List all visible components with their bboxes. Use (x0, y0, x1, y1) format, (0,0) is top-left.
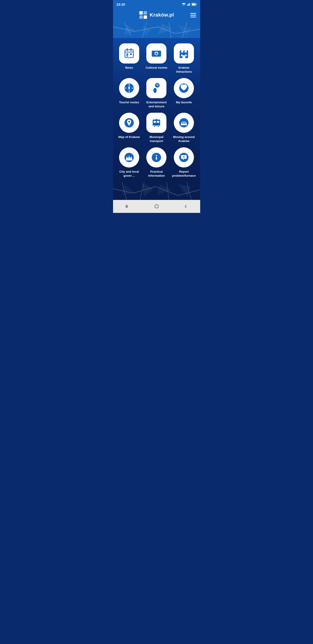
menu-grid: News Cultural events (117, 44, 197, 178)
grid-item-practical-info[interactable]: Practical Information (144, 147, 169, 178)
app-logo: Kraków.pl (139, 11, 174, 19)
entertainment-icon-wrap (146, 78, 166, 98)
my-favorite-icon-wrap (174, 78, 194, 98)
grid-item-krakow-attractions[interactable]: Krakow Attractions (171, 44, 197, 74)
city-government-label: City and local gover… (117, 170, 142, 178)
entertainment-label: Entertainment and leisure (144, 100, 169, 108)
hamburger-line-1 (190, 13, 196, 14)
municipal-transport-label: Municipal transport (144, 135, 169, 143)
grid-item-entertainment[interactable]: Entertainment and leisure (144, 78, 169, 108)
svg-marker-91 (178, 184, 190, 196)
svg-point-64 (154, 126, 155, 127)
svg-marker-19 (124, 24, 135, 35)
tourist-routes-label: Tourist routes (119, 100, 139, 104)
svg-marker-22 (178, 26, 191, 36)
svg-rect-38 (184, 50, 185, 52)
report-problem-label: Report problem/furnace (171, 170, 197, 178)
grid-item-report-problem[interactable]: Report problem/furnace (171, 147, 197, 178)
main-content: News Cultural events (113, 38, 200, 182)
svg-rect-8 (144, 11, 147, 14)
castle-icon (178, 48, 189, 59)
back-icon (183, 204, 188, 209)
svg-rect-61 (154, 121, 156, 123)
grid-item-city-government[interactable]: City and local gover… (117, 147, 142, 178)
svg-point-68 (182, 125, 183, 126)
svg-rect-71 (184, 122, 186, 124)
svg-rect-9 (139, 16, 143, 19)
svg-rect-1 (188, 4, 188, 6)
krakow-attractions-icon-wrap (174, 44, 194, 64)
hamburger-line-3 (190, 17, 196, 18)
recent-apps-icon (125, 204, 130, 209)
svg-rect-42 (185, 54, 187, 56)
battery-icon (192, 3, 197, 6)
svg-point-65 (158, 126, 159, 127)
svg-rect-40 (183, 55, 185, 58)
map-of-krakow-icon-wrap (119, 113, 139, 133)
svg-rect-6 (196, 4, 196, 5)
svg-marker-89 (142, 183, 153, 196)
signal-icon (187, 3, 191, 6)
svg-rect-94 (127, 205, 128, 208)
ticket-star-icon (151, 48, 162, 59)
hamburger-line-2 (190, 15, 196, 16)
svg-point-69 (185, 125, 186, 126)
map-decoration-top (113, 22, 200, 38)
svg-marker-21 (158, 24, 172, 35)
svg-point-75 (156, 155, 157, 156)
moving-around-label: Moving around Kraków (171, 135, 197, 143)
status-bar: 23:20 (113, 0, 200, 8)
status-time: 23:20 (117, 2, 125, 6)
moving-around-icon-wrap (174, 113, 194, 133)
svg-rect-39 (187, 50, 188, 52)
grid-item-municipal-transport[interactable]: Municipal transport (144, 113, 169, 143)
home-icon (154, 204, 159, 209)
krakow-attractions-label: Krakow Attractions (171, 66, 197, 74)
app-header: Kraków.pl (113, 8, 200, 22)
home-button[interactable] (154, 204, 159, 209)
back-button[interactable] (183, 204, 188, 209)
crown-icon (124, 152, 135, 163)
grid-item-moving-around[interactable]: Moving around Kraków (171, 113, 197, 143)
cultural-events-label: Cultural events (146, 66, 168, 70)
svg-rect-78 (183, 156, 184, 158)
wifi-icon (182, 3, 186, 6)
grid-item-my-favorite[interactable]: My favorite (171, 78, 197, 108)
svg-point-55 (153, 88, 157, 93)
municipal-transport-icon-wrap (146, 113, 166, 133)
recent-apps-button[interactable] (125, 204, 130, 209)
svg-marker-60 (155, 118, 157, 120)
svg-point-52 (156, 84, 157, 85)
svg-rect-2 (189, 4, 189, 6)
tourist-routes-icon-wrap (119, 78, 139, 98)
svg-rect-93 (126, 205, 127, 208)
map-decoration-bottom (113, 182, 200, 200)
map-of-krakow-label: Map of Krakow (118, 135, 140, 139)
report-problem-icon-wrap (174, 147, 194, 168)
svg-rect-27 (126, 54, 128, 55)
calendar-icon (124, 48, 135, 59)
car-icon (178, 117, 189, 128)
svg-rect-41 (181, 54, 183, 56)
svg-rect-70 (182, 122, 184, 124)
svg-rect-95 (155, 205, 158, 208)
hamburger-menu[interactable] (190, 13, 196, 18)
alert-bubble-icon (178, 152, 189, 163)
svg-marker-20 (142, 26, 151, 36)
practical-info-label: Practical Information (144, 170, 169, 178)
grid-item-cultural-events[interactable]: Cultural events (144, 44, 169, 74)
svg-point-51 (155, 83, 160, 88)
my-favorite-label: My favorite (176, 100, 192, 104)
bowling-icon (151, 82, 162, 94)
svg-rect-10 (144, 16, 147, 19)
svg-rect-7 (139, 11, 143, 14)
svg-marker-90 (157, 184, 172, 196)
app-title: Kraków.pl (150, 12, 174, 18)
grid-item-news[interactable]: News (117, 44, 142, 74)
grid-item-tourist-routes[interactable]: Tourist routes (117, 78, 142, 108)
svg-rect-37 (181, 50, 181, 52)
practical-info-icon-wrap (146, 147, 166, 168)
svg-rect-63 (153, 125, 160, 126)
bus-icon (151, 117, 162, 128)
grid-item-map-of-krakow[interactable]: Map of Krakow (117, 113, 142, 143)
